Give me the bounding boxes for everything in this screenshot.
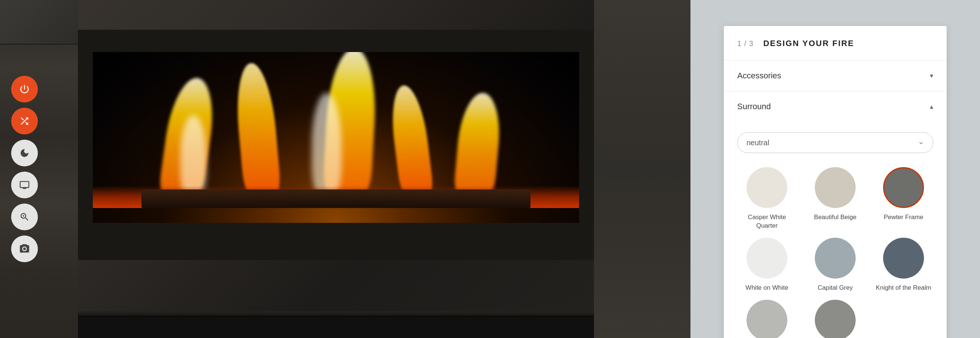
- power-icon: [19, 84, 30, 95]
- color-item-casper-white[interactable]: Casper White Quarter: [737, 167, 797, 230]
- color-item-pewter-frame[interactable]: Pewter Frame: [874, 167, 933, 230]
- flame-4: [388, 85, 435, 197]
- swatch-beautiful-beige: [815, 167, 856, 208]
- shelf: [78, 311, 594, 316]
- color-item-7[interactable]: [737, 300, 797, 338]
- left-toolbar: [11, 76, 38, 262]
- color-name-beautiful-beige: Beautiful Beige: [814, 213, 856, 222]
- surround-dropdown[interactable]: neutral warm cool dark: [737, 132, 933, 153]
- surround-content: neutral warm cool dark Casper White Quar…: [724, 122, 947, 338]
- fireplace-base: [78, 316, 594, 338]
- color-name-pewter-frame: Pewter Frame: [884, 213, 924, 222]
- swatch-white-on-white: [746, 238, 788, 279]
- color-item-8[interactable]: [805, 300, 865, 338]
- design-title: DESIGN YOUR FIRE: [763, 38, 854, 48]
- color-name-knight-realm: Knight of the Realm: [876, 284, 931, 292]
- night-icon: [19, 148, 30, 158]
- color-item-knight-realm[interactable]: Knight of the Realm: [874, 238, 933, 292]
- color-grid: Casper White Quarter Beautiful Beige Pew…: [737, 163, 933, 338]
- flame-inner-1: [180, 115, 207, 197]
- color-name-casper-white: Casper White Quarter: [737, 213, 797, 230]
- color-name-capital-grey: Capital Grey: [818, 284, 853, 292]
- accessories-section[interactable]: Accessories ▾: [724, 61, 947, 91]
- shuffle-icon: [19, 115, 30, 127]
- fireplace-screen: [93, 52, 579, 223]
- surround-chevron: ▴: [930, 102, 933, 111]
- surround-label: Surround: [737, 102, 771, 112]
- swatch-casper-white: [746, 167, 788, 208]
- swatch-7: [746, 300, 788, 338]
- step-label: 1 / 3 DESIGN YOUR FIRE: [737, 38, 933, 48]
- wood-panel-right: [594, 0, 690, 338]
- zoom-icon: [19, 212, 30, 222]
- power-button[interactable]: [11, 76, 38, 102]
- surround-section-header[interactable]: Surround ▴: [724, 91, 947, 122]
- color-item-white-on-white[interactable]: White on White: [737, 238, 797, 292]
- color-name-white-on-white: White on White: [745, 284, 788, 292]
- color-item-capital-grey[interactable]: Capital Grey: [805, 238, 865, 292]
- cabinet-top: [0, 0, 78, 45]
- surround-dropdown-wrapper: neutral warm cool dark: [737, 132, 933, 153]
- flame-2: [233, 63, 282, 197]
- step-number: 1 / 3: [737, 39, 754, 48]
- fireplace-unit: [78, 30, 594, 260]
- shuffle-button[interactable]: [11, 108, 38, 134]
- swatch-capital-grey: [815, 238, 856, 279]
- accessories-chevron: ▾: [930, 72, 933, 80]
- logs: [142, 190, 530, 208]
- fire-container: [93, 67, 579, 208]
- accessories-label: Accessories: [737, 71, 781, 81]
- card-header: 1 / 3 DESIGN YOUR FIRE: [724, 26, 947, 61]
- zoom-button[interactable]: [11, 204, 38, 230]
- design-card: 1 / 3 DESIGN YOUR FIRE Accessories ▾ Sur…: [724, 26, 947, 338]
- color-item-beautiful-beige[interactable]: Beautiful Beige: [805, 167, 865, 230]
- flame-inner-2: [312, 93, 342, 197]
- fireplace-panel: [0, 0, 690, 338]
- right-panel: 1 / 3 DESIGN YOUR FIRE Accessories ▾ Sur…: [690, 0, 980, 338]
- camera-view-button[interactable]: [11, 236, 38, 262]
- tv-button[interactable]: [11, 172, 38, 198]
- swatch-8: [815, 300, 856, 338]
- swatch-pewter-frame: [883, 167, 924, 208]
- night-mode-button[interactable]: [11, 140, 38, 166]
- flame-5: [453, 93, 503, 197]
- tv-icon: [19, 180, 30, 190]
- camera-icon: [19, 243, 30, 254]
- swatch-knight-realm: [883, 238, 924, 279]
